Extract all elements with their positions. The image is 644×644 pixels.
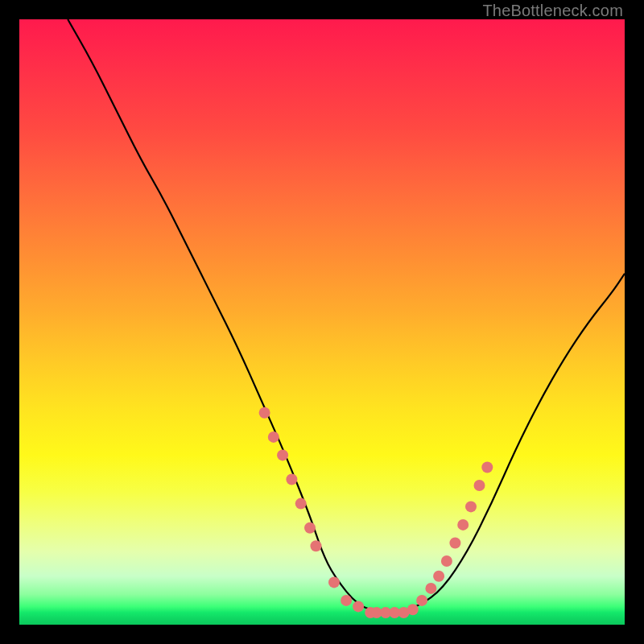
watermark-label: TheBottleneck.com [482, 2, 623, 20]
chart-gradient-bg [19, 19, 625, 625]
chart-frame [19, 19, 625, 625]
